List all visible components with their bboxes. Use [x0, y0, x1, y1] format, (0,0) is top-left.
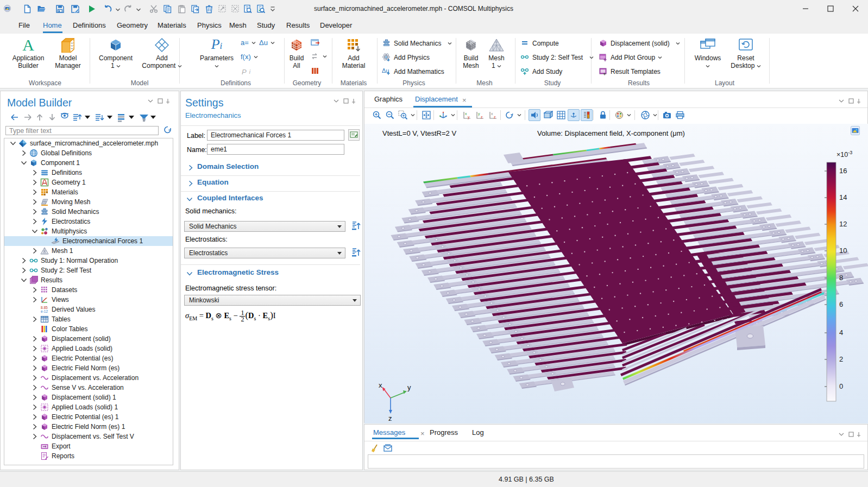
svg-text:6: 6	[839, 300, 843, 308]
svg-text:y: y	[407, 383, 411, 391]
svg-text:10: 10	[839, 246, 847, 255]
svg-text:14: 14	[839, 193, 847, 201]
svg-text:y: y	[468, 115, 470, 119]
svg-text:z: z	[481, 115, 483, 119]
svg-text:8.85: 8.85	[41, 306, 48, 309]
svg-text:z: z	[388, 414, 392, 422]
svg-text:x: x	[465, 112, 467, 116]
svg-text:12: 12	[839, 220, 847, 228]
svg-text:z: z	[494, 115, 496, 119]
svg-text:e-12: e-12	[41, 309, 48, 313]
svg-text:8: 8	[839, 274, 843, 282]
svg-text:y: y	[478, 112, 480, 116]
svg-text:2: 2	[839, 355, 843, 363]
svg-text:16: 16	[839, 167, 847, 175]
svg-text:0: 0	[839, 382, 843, 390]
svg-text:x: x	[379, 381, 382, 389]
svg-text:4: 4	[839, 328, 843, 337]
svg-text:x: x	[491, 112, 493, 116]
